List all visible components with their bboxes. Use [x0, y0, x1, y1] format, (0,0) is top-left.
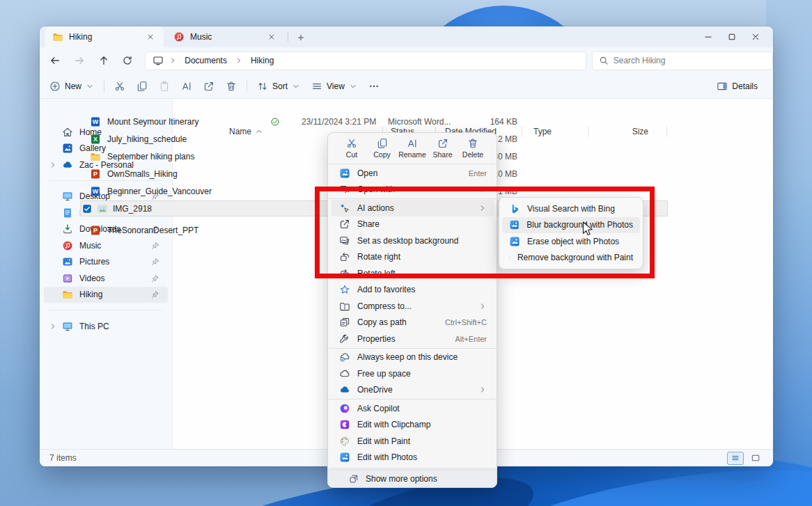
menu-item-always-keep-on-device[interactable]: Always keep on this device: [331, 349, 494, 366]
breadcrumb[interactable]: Documents Hiking: [145, 52, 586, 70]
chevron-down-icon: [349, 82, 357, 90]
menu-item-compress-to[interactable]: Compress to...: [331, 298, 494, 315]
maximize-icon: [727, 32, 737, 42]
details-pane-button[interactable]: Details: [711, 77, 763, 96]
gallery-icon: [62, 143, 73, 154]
copy-quick-button[interactable]: Copy: [368, 138, 396, 159]
rename-button[interactable]: [175, 77, 198, 96]
menu-item-ask-copilot[interactable]: Ask Copilot: [331, 400, 494, 417]
pin-icon: [151, 242, 159, 250]
clipchamp-icon: [339, 419, 350, 430]
cut-quick-button[interactable]: Cut: [338, 138, 366, 159]
menu-divider: [329, 164, 496, 164]
sidebar-item-hiking[interactable]: Hiking: [44, 287, 168, 303]
chevron-right-icon: [478, 386, 487, 394]
view-button[interactable]: View: [306, 77, 363, 96]
sidebar-item-this-pc[interactable]: This PC: [44, 318, 168, 335]
delete-quick-button[interactable]: Delete: [459, 138, 487, 159]
minimize-button[interactable]: [696, 26, 720, 47]
menu-item-properties[interactable]: Properties Alt+Enter: [331, 331, 494, 347]
breadcrumb-item-hiking[interactable]: Hiking: [248, 54, 276, 67]
menu-item-add-to-favorites[interactable]: Add to favorites: [331, 282, 494, 299]
copilot-icon: [339, 403, 350, 414]
breadcrumb-item-documents[interactable]: Documents: [182, 54, 230, 67]
share-icon: [437, 138, 448, 149]
tab-strip: Hiking Music: [40, 26, 773, 47]
toolbar-separator: [247, 80, 247, 93]
tab-close-button[interactable]: [144, 31, 157, 43]
back-arrow-icon: [49, 55, 61, 66]
menu-item-edit-with-paint[interactable]: Edit with Paint: [331, 433, 494, 450]
maximize-button[interactable]: [720, 26, 744, 47]
copy-icon: [377, 138, 388, 149]
videos-icon: [62, 273, 73, 284]
checkbox-checked-icon[interactable]: [82, 204, 92, 214]
up-button[interactable]: [95, 52, 113, 70]
mouse-cursor: [582, 221, 595, 237]
menu-item-edit-with-photos[interactable]: Edit with Photos: [331, 450, 494, 466]
tab-separator: [288, 32, 288, 42]
sidebar-item-videos[interactable]: Videos: [44, 270, 168, 287]
tab-hiking[interactable]: Hiking: [45, 26, 164, 47]
sidebar-item-label: Pictures: [79, 257, 145, 267]
copy-button[interactable]: [131, 77, 153, 96]
sidebar-item-label: Hiking: [79, 290, 145, 299]
rename-quick-button[interactable]: Rename: [398, 138, 426, 159]
image-file-icon: [97, 203, 108, 214]
thumbnail-view-toggle[interactable]: [748, 452, 763, 465]
star-icon: [339, 284, 350, 295]
menu-item-onedrive[interactable]: OneDrive: [331, 382, 494, 399]
view-lines-icon: [311, 81, 322, 92]
menu-item-open[interactable]: Open Enter: [331, 165, 494, 182]
menu-item-free-up-space[interactable]: Free up space: [331, 365, 494, 382]
close-window-button[interactable]: [744, 26, 767, 47]
cut-button[interactable]: [109, 77, 131, 96]
folder-icon: [52, 31, 63, 42]
folder-icon: [62, 289, 73, 300]
search-box[interactable]: [592, 52, 773, 70]
paint-icon: [339, 436, 350, 447]
onedrive-cloud-icon: [62, 159, 73, 171]
chevron-down-icon: [86, 82, 94, 90]
menu-item-edit-with-clipchamp[interactable]: Edit with Clipchamp: [331, 417, 494, 434]
expand-chevron-icon[interactable]: [49, 161, 57, 169]
more-options-button[interactable]: [363, 77, 385, 96]
tab-close-button[interactable]: [265, 31, 278, 43]
photos-icon: [339, 452, 350, 463]
sort-button[interactable]: Sort: [251, 77, 306, 96]
forward-button[interactable]: [70, 52, 88, 70]
cut-icon: [114, 81, 125, 92]
share-button[interactable]: [198, 77, 220, 96]
sidebar-item-pictures[interactable]: Pictures: [44, 254, 168, 271]
compress-icon: [339, 301, 350, 312]
details-view-toggle[interactable]: [727, 452, 744, 465]
rename-icon: [407, 138, 418, 149]
window-controls: [696, 26, 767, 47]
paste-button[interactable]: [153, 77, 175, 96]
wrench-icon: [339, 333, 350, 345]
new-button[interactable]: New: [44, 77, 100, 96]
cursor-arrow-icon: [582, 221, 595, 237]
file-row-mount-seymour[interactable]: Mount Seymour Itinerary 23/11/2024 3:21 …: [80, 113, 668, 129]
tab-music[interactable]: Music: [166, 26, 285, 47]
view-label: View: [327, 81, 345, 91]
share-quick-button[interactable]: Share: [429, 138, 457, 159]
new-tab-button[interactable]: [293, 31, 309, 44]
sort-arrows-icon: [257, 81, 268, 92]
menu-item-show-more-options[interactable]: Show more options: [328, 469, 497, 487]
delete-button[interactable]: [220, 77, 242, 96]
menu-item-copy-as-path[interactable]: Copy as path Ctrl+Shift+C: [331, 315, 494, 331]
minimize-icon: [703, 32, 713, 42]
annotation-red-rectangle: [315, 187, 655, 278]
sort-label: Sort: [272, 81, 288, 91]
sidebar-item-music[interactable]: Music: [44, 237, 168, 254]
this-pc-icon: [62, 321, 73, 332]
refresh-button[interactable]: [118, 52, 136, 70]
chevron-right-icon: [235, 56, 243, 65]
expand-chevron-icon[interactable]: [49, 322, 57, 331]
pin-icon: [151, 274, 159, 283]
back-button[interactable]: [46, 52, 64, 70]
search-input[interactable]: [614, 56, 753, 65]
cloud-check-icon: [339, 351, 350, 363]
sidebar-item-label: Music: [79, 241, 145, 251]
